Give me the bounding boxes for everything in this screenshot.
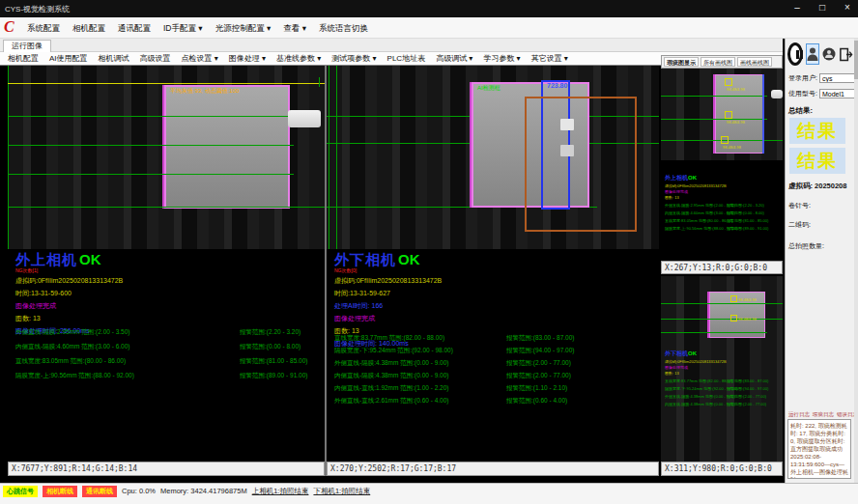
- mini-done: 图像处理完成: [665, 189, 779, 194]
- small-top-camera-image[interactable]: 外上相机OK 虚拟码:0FfIIim2025020813313472B 图像处理…: [661, 69, 783, 261]
- pause-icon: [800, 50, 803, 59]
- alarm-range: 报警范围:(83.00 - 87.00): [727, 378, 768, 383]
- tab-run-log[interactable]: 运行日志: [788, 411, 810, 418]
- tab-defect-image[interactable]: 瑕疵图显示: [664, 57, 699, 67]
- defect-marker: [730, 295, 737, 302]
- edge-marker: [762, 74, 764, 154]
- login-user-row: 登录用户:: [788, 73, 858, 83]
- mini-measure-row: 内侧直线-隔膜:4.60mm 范围:(3.00 - 6.00)报警范围:(0.0…: [665, 210, 779, 215]
- alarm-range: 报警范围:(94.00 - 97.00): [727, 386, 768, 391]
- alarm-range: 报警范围:(2.00 - 77.00): [727, 402, 766, 406]
- small-bottom-camera-image[interactable]: 98.48/4.98 98.48/4.98 外下相机OK 虚拟码:0FfIIim…: [661, 276, 783, 462]
- lower-camera-status[interactable]: 下相机1:拍照结束: [313, 486, 370, 496]
- tool-image-processing[interactable]: 图像处理 ▾: [229, 53, 266, 64]
- measure-line: [661, 119, 767, 120]
- mini-measure-row: 外侧直线-隔膜:2.95mm 范围:(2.00 - 3.50)报警范围:(2.2…: [665, 203, 779, 208]
- menu-items: 系统配置 相机配置 通讯配置 ID手配置 ▾ 光源控制配置 ▾ 查看 ▾ 系统语…: [27, 23, 368, 35]
- alarm-range: 报警范围:(0.00 - 8.00): [240, 343, 300, 351]
- ai-time-line: 处理AI时间: 166: [334, 301, 659, 311]
- tool-camera-debug[interactable]: 相机调试: [99, 53, 129, 64]
- alarm-range: 报警范围:(81.00 - 85.00): [240, 357, 307, 366]
- measure-value: 直线宽度:83.77mm 范围:(82.00 - 88.00): [334, 334, 444, 341]
- alarm-range: 报警范围:(1.10 - 2.10): [506, 384, 567, 393]
- connector-blob: [771, 90, 783, 98]
- mini-done: 图像处理完成: [665, 365, 779, 370]
- menu-light-control[interactable]: 光源控制配置 ▾: [215, 23, 272, 35]
- mini-measure-row: 直线宽度:83.05mm 范围:(80.00 - 86.00)报警范围:(81.…: [665, 218, 779, 223]
- measure-value: 内侧直线-隔膜:4.60mm 范围:(3.00 - 6.00): [15, 343, 129, 350]
- user-icon: [807, 46, 818, 62]
- done-line: 图像处理完成: [334, 314, 659, 323]
- tab-all-lines-image[interactable]: 所有画线图: [701, 57, 735, 67]
- control-buttons: [787, 42, 853, 66]
- tab-row: 运行图像: [0, 39, 783, 52]
- time-line: 时间:13-31-59-627: [334, 289, 659, 298]
- tool-plc-table[interactable]: PLC地址表: [387, 53, 426, 64]
- tool-other-settings[interactable]: 其它设置 ▾: [531, 53, 568, 64]
- upper-camera-status[interactable]: 上相机1:拍照结束: [252, 486, 309, 496]
- frame-line: 图数: 13: [15, 314, 325, 323]
- heartbeat-badge: 心跳信号: [3, 486, 38, 497]
- exit-door-icon: [839, 47, 853, 62]
- tool-learn-params[interactable]: 学习参数 ▾: [483, 53, 520, 64]
- tab-defect-log[interactable]: 瑕疵日志: [813, 411, 834, 418]
- measurement-row: 内侧直线-隔膜:4.60mm 范围:(3.00 - 6.00)报警范围:(0.0…: [15, 343, 325, 351]
- minimize-button[interactable]: –: [790, 2, 804, 13]
- measure-value: 直线宽度:83.77mm 范围:(82.00 - 88.00): [665, 378, 732, 383]
- tool-advanced-debug[interactable]: 高级调试 ▾: [436, 53, 472, 64]
- tool-baseline-params[interactable]: 基准线参数 ▾: [276, 53, 321, 64]
- scrollbar-thumb[interactable]: [854, 41, 858, 79]
- camera-name: 外下相机: [665, 350, 688, 356]
- alarm-range: 报警范围:(0.00 - 8.00): [727, 210, 764, 215]
- mini-barcode: 虚拟码:0FfIIim2025020813313472B: [665, 359, 779, 364]
- tab-drawn-lines-image[interactable]: 画线画线图: [737, 57, 772, 67]
- done-line: 图像处理完成: [15, 301, 325, 311]
- window-title: CYS-视觉检测系统: [5, 4, 70, 14]
- camera-name: 外下相机: [334, 251, 396, 267]
- tool-camera-config[interactable]: 相机配置: [8, 53, 39, 64]
- menu-view[interactable]: 查看 ▾: [283, 23, 306, 35]
- user-login-button[interactable]: [806, 43, 819, 65]
- measurement-row: 内侧直线-隔膜:4.38mm 范围:(0.00 - 9.00)报警范围:(2.0…: [334, 372, 659, 380]
- tool-spot-check[interactable]: 点检设置 ▾: [182, 53, 218, 64]
- menu-camera-config[interactable]: 相机配置: [72, 23, 105, 35]
- window-controls: – □ ×: [790, 2, 854, 13]
- alarm-range: 报警范围:(89.00 - 91.00): [727, 226, 768, 231]
- menu-system-config[interactable]: 系统配置: [27, 23, 60, 35]
- tab-run-image[interactable]: 运行图像: [3, 40, 51, 52]
- shot-count-label: 总拍照数量:: [788, 241, 824, 251]
- yellow-baseline: [8, 83, 325, 84]
- middle-camera-image[interactable]: AI检测框 723.80: [327, 66, 659, 249]
- middle-result-block: 外下相机OK NG次数[0] 虚拟码:0FfIIim20250208133134…: [334, 251, 659, 458]
- small-top-title: 外上相机OK: [665, 174, 779, 182]
- alarm-range: 报警范围:(2.00 - 77.00): [727, 394, 766, 399]
- log-output[interactable]: 耗时: 222, 瑕疵检测耗时: 17, 瑕疵分类耗时: 0, 瑕疵提取分区耗时…: [787, 419, 851, 479]
- login-user-field[interactable]: [819, 73, 858, 83]
- maximize-button[interactable]: □: [815, 2, 829, 13]
- alarm-range: 报警范围:(89.00 - 91.00): [240, 372, 307, 380]
- menu-id-manual-config[interactable]: ID手配置 ▾: [163, 23, 203, 35]
- pause-button[interactable]: [787, 42, 803, 66]
- alarm-range: 报警范围:(0.60 - 4.00): [506, 397, 567, 406]
- right-scrollbar[interactable]: [854, 39, 858, 483]
- alarm-range: 报警范围:(2.20 - 3.20): [240, 328, 300, 337]
- tool-test-params[interactable]: 测试项参数 ▾: [331, 53, 376, 64]
- menu-language-switch[interactable]: 系统语言切换: [319, 23, 368, 35]
- camera-offline-badge: 相机断线: [43, 486, 77, 497]
- tool-advanced-settings[interactable]: 高级设置: [140, 53, 171, 64]
- measure-line: [661, 96, 767, 97]
- defect-marker: [725, 111, 732, 119]
- left-camera-image[interactable]: 平均灰值:93, 动态阈值:100: [8, 66, 325, 249]
- exit-button[interactable]: [839, 43, 853, 65]
- tool-ai-config[interactable]: AI使用配置: [49, 53, 88, 64]
- small-bottom-pixel-coordinates: X:311;Y:980;R:0;G:0;B:0: [661, 462, 783, 476]
- virtual-code-label: 虚拟码:: [788, 182, 813, 190]
- menu-comm-config[interactable]: 通讯配置: [118, 23, 151, 35]
- alarm-range: 报警范围:(2.20 - 3.20): [727, 203, 764, 208]
- user-manage-button[interactable]: [822, 43, 836, 65]
- measure-line: [661, 303, 783, 304]
- defect-tag: 98.48/4.98: [723, 145, 741, 150]
- model-field[interactable]: [819, 89, 858, 98]
- time-line: 时间:13-31-59-600: [15, 289, 325, 298]
- close-button[interactable]: ×: [841, 2, 854, 13]
